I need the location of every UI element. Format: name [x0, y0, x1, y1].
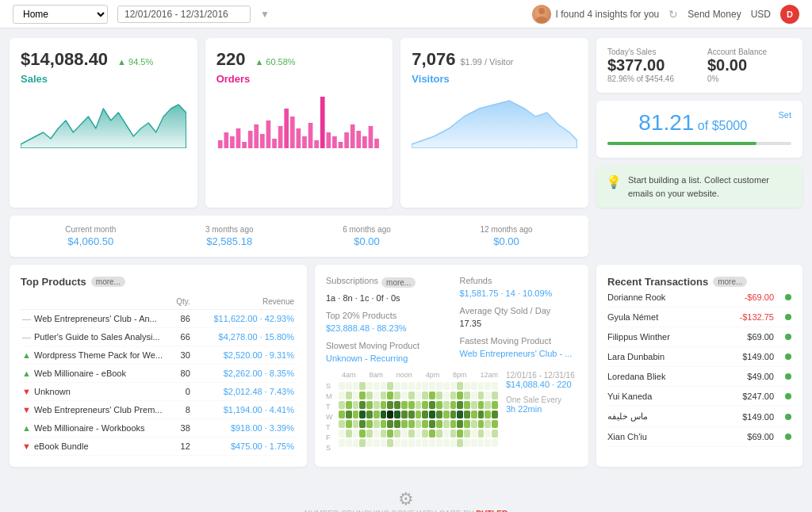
heatmap-cell [346, 439, 352, 447]
todays-sales-sub: 82.96% of $454.46 [607, 75, 691, 83]
tx-amount: -$132.75 [740, 312, 774, 322]
svg-rect-18 [314, 140, 319, 148]
tx-name: Filippus Winther [607, 332, 670, 342]
svg-rect-2 [218, 140, 223, 148]
col-name-header [33, 294, 170, 310]
user-avatar[interactable]: D [780, 5, 799, 24]
heatmap-cell [478, 420, 485, 428]
account-balance-stat: Account Balance $0.00 0% [707, 48, 791, 83]
heatmap-day-label: T [326, 403, 335, 411]
heatmap-column [416, 382, 422, 453]
heatmap-cell [471, 411, 477, 418]
heatmap-cell [394, 420, 400, 428]
table-row: ▼ eBook Bundle 12 $475.00 · 1.75% [21, 437, 296, 456]
svg-rect-16 [302, 136, 307, 148]
heatmap-cell [450, 430, 457, 437]
heatmap-day-label: S [326, 382, 335, 391]
heatmap-cell [485, 430, 491, 437]
heatmap-cell [373, 382, 380, 390]
heatmap-cell [436, 392, 442, 399]
recent-transactions-card: Recent Transactions more... Dorianne Roo… [596, 265, 802, 467]
heatmap-cell [387, 439, 393, 447]
period-6mo: 6 months ago $0.00 [343, 225, 391, 247]
heatmap-column [359, 382, 366, 453]
table-row: ▲ Wordpress Theme Pack for We... 30 $2,5… [21, 346, 296, 365]
svg-point-1 [536, 17, 547, 23]
heatmap-total: $14,088.40 · 220 [506, 380, 577, 389]
sales-card: $14,088.40 94.5% Sales [10, 38, 197, 208]
trend-indicator: — [21, 310, 33, 328]
heatmap-cell [353, 439, 359, 447]
heatmap-column [457, 382, 463, 453]
top-products-more[interactable]: more... [91, 277, 125, 287]
svg-rect-11 [272, 139, 277, 148]
heatmap-cell [471, 382, 477, 390]
heatmap-cell [353, 411, 359, 418]
refresh-icon[interactable]: ↻ [668, 8, 678, 21]
table-row: ▲ Web Millionaire - Workbooks 38 $918.00… [21, 419, 296, 437]
svg-rect-19 [320, 97, 325, 148]
sales-chart [21, 93, 186, 148]
heatmap-column [485, 382, 491, 453]
heatmap-column [492, 382, 498, 453]
todays-sales-label: Today's Sales [607, 48, 691, 56]
trend-indicator: ▼ [21, 383, 33, 401]
heatmap-cell [346, 392, 352, 399]
heatmap-cell [471, 392, 477, 399]
sales-change: 94.5% [117, 57, 153, 67]
heatmap-cell [387, 420, 393, 428]
heatmap-cell [464, 382, 470, 390]
tx-amount: $69.00 [747, 432, 774, 441]
heatmap-cell [457, 420, 463, 428]
heatmap-time-label: noon [396, 371, 412, 379]
heatmap-cell [339, 382, 345, 390]
send-money-link[interactable]: Send Money [688, 9, 741, 20]
heatmap-cell [353, 392, 359, 399]
transactions-more[interactable]: more... [713, 277, 747, 287]
visitors-amount: 7,076 [412, 49, 455, 70]
heatmap-cell [401, 382, 408, 390]
heatmap-cell [339, 430, 345, 437]
heatmap-cell [353, 382, 359, 390]
heatmap-grid: SMTWTFS [326, 382, 498, 453]
subscriptions-more[interactable]: more... [381, 277, 416, 288]
heatmap-cell [339, 439, 345, 447]
home-select[interactable]: Home [13, 5, 108, 24]
heatmap-cell [436, 382, 442, 390]
trend-indicator: ▲ [21, 365, 33, 383]
heatmap-column [471, 382, 477, 453]
date-range-input[interactable] [117, 6, 251, 23]
periods-row: Current month $4,060.50 3 months ago $2,… [10, 216, 588, 257]
insights-button[interactable]: I found 4 insights for you [532, 5, 660, 24]
transaction-row: Xian Ch'iu $69.00 [607, 427, 791, 447]
avg-qty-label: Average Qty Sold / Day [460, 306, 578, 315]
product-qty: 80 [170, 365, 192, 383]
heatmap-cell [373, 420, 380, 428]
heatmap-cell [339, 411, 345, 418]
calendar-icon[interactable]: ▼ [260, 9, 270, 20]
heatmap-cell [478, 439, 485, 447]
heatmap-cell [394, 411, 400, 418]
insights-avatar [532, 5, 551, 24]
heatmap-column [353, 382, 359, 453]
product-revenue: $11,622.00 · 42.93% [192, 310, 296, 328]
one-sale-label: One Sale Every [506, 395, 577, 404]
heatmap-cell [457, 411, 463, 418]
heatmap-column [422, 382, 428, 453]
goal-percent: 81.21 of $5000 [607, 110, 791, 136]
heatmap-cell [464, 439, 470, 447]
refunds-label: Refunds [460, 276, 578, 285]
currency-label: USD [751, 9, 771, 20]
product-name: Web Entrepreneurs' Club - An... [33, 310, 170, 328]
heatmap-cell [443, 411, 450, 418]
heatmap-cell [478, 401, 485, 409]
heatmap-column [381, 382, 387, 453]
set-link[interactable]: Set [778, 110, 791, 120]
tx-status-dot [785, 414, 791, 420]
heatmap-cell [416, 430, 422, 437]
middle-top-stats: Subscriptions more... 1a · 8n · 1c · 0f … [326, 276, 577, 363]
goal-progress-bg [607, 142, 791, 145]
heatmap-cell [408, 420, 415, 428]
heatmap-cell [366, 392, 373, 399]
tx-amount: $247.00 [742, 392, 774, 401]
